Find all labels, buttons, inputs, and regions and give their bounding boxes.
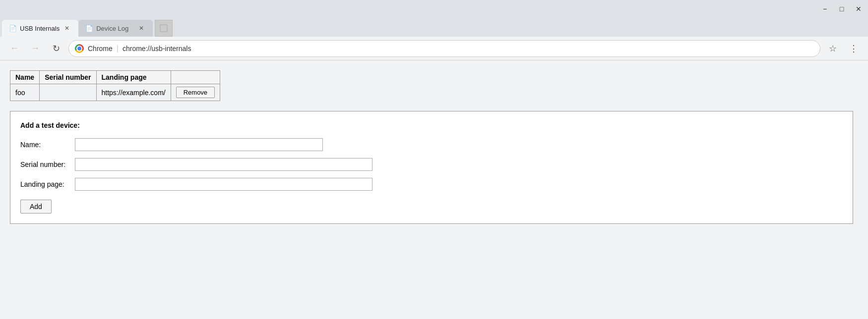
tab-device-log-label: Device Log <box>96 25 134 32</box>
tab-usb-internals-close[interactable]: ✕ <box>62 24 71 33</box>
devices-table: Name Serial number Landing page foo http… <box>10 70 220 101</box>
toolbar: ← → ↻ Chrome | chrome://usb-internals ☆ … <box>0 37 868 60</box>
landing-page-input[interactable] <box>75 178 372 191</box>
row-serial-cell <box>40 84 96 101</box>
title-bar-controls: − □ ✕ <box>819 3 864 14</box>
bookmark-button[interactable]: ☆ <box>824 40 841 57</box>
name-row: Name: <box>20 138 843 151</box>
address-url[interactable]: chrome://usb-internals <box>123 45 814 53</box>
name-label: Name: <box>20 141 75 149</box>
maximize-button[interactable]: □ <box>836 3 847 14</box>
tab-device-log[interactable]: 📄 Device Log ✕ <box>78 20 153 37</box>
col-name-header: Name <box>10 71 40 84</box>
add-device-container: Add a test device: Name: Serial number: … <box>10 111 853 224</box>
chrome-icon <box>75 44 84 53</box>
row-landing-cell: https://example.com/ <box>96 84 171 101</box>
landing-row: Landing page: <box>20 178 843 191</box>
landing-label: Landing page: <box>20 180 75 188</box>
col-action-header <box>171 71 220 84</box>
remove-button[interactable]: Remove <box>176 87 215 98</box>
table-header-row: Name Serial number Landing page <box>10 71 220 84</box>
forward-button[interactable]: → <box>27 40 44 57</box>
serial-number-input[interactable] <box>75 158 372 171</box>
name-input[interactable] <box>75 138 323 151</box>
page-content: Name Serial number Landing page foo http… <box>0 60 868 319</box>
serial-label: Serial number: <box>20 160 75 168</box>
tab-usb-internals-label: USB Internals <box>20 25 60 32</box>
title-bar: − □ ✕ <box>0 0 868 18</box>
serial-row: Serial number: <box>20 158 843 171</box>
menu-button[interactable]: ⋮ <box>845 40 862 57</box>
close-button[interactable]: ✕ <box>853 3 864 14</box>
add-device-title: Add a test device: <box>20 121 843 129</box>
tab-usb-internals[interactable]: 📄 USB Internals ✕ <box>2 20 78 37</box>
col-serial-header: Serial number <box>40 71 96 84</box>
address-separator: | <box>117 44 119 53</box>
tab-page-icon: 📄 <box>9 25 17 32</box>
table-row: foo https://example.com/ Remove <box>10 84 220 101</box>
svg-rect-0 <box>160 25 167 32</box>
tab-device-log-close[interactable]: ✕ <box>137 24 146 33</box>
minimize-button[interactable]: − <box>819 3 830 14</box>
tab-device-log-page-icon: 📄 <box>85 25 93 32</box>
row-name-cell: foo <box>10 84 40 101</box>
back-button[interactable]: ← <box>6 40 23 57</box>
reload-button[interactable]: ↻ <box>48 40 64 57</box>
add-button[interactable]: Add <box>20 200 52 213</box>
col-landing-header: Landing page <box>96 71 171 84</box>
address-source: Chrome <box>88 45 113 53</box>
new-tab-button[interactable] <box>155 20 173 37</box>
tab-bar: 📄 USB Internals ✕ 📄 Device Log ✕ <box>0 18 868 37</box>
address-bar[interactable]: Chrome | chrome://usb-internals <box>68 40 820 57</box>
row-action-cell: Remove <box>171 84 220 101</box>
